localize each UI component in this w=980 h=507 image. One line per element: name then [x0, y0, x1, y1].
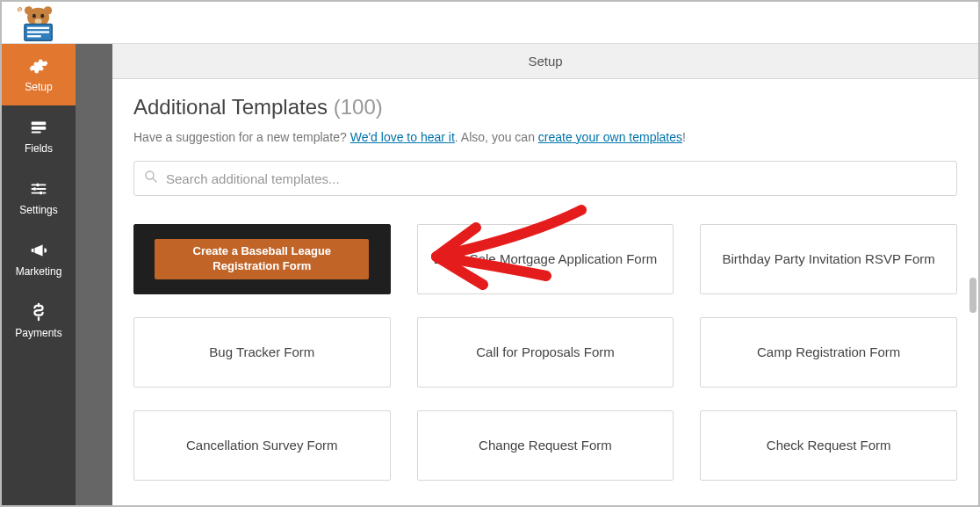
- wpforms-logo-icon: [15, 1, 59, 45]
- svg-point-1: [25, 6, 32, 14]
- app-window: Setup Fields Settings Marketing Payments: [0, 0, 980, 507]
- sidebar-label: Setup: [25, 81, 52, 93]
- heading-text: Additional Templates: [133, 95, 328, 119]
- sidebar-item-payments[interactable]: Payments: [2, 290, 76, 351]
- sidebar-item-settings[interactable]: Settings: [2, 167, 76, 228]
- subtext-suffix: !: [682, 130, 686, 144]
- svg-rect-9: [27, 35, 41, 37]
- megaphone-icon: [29, 241, 48, 260]
- link-create-own-template[interactable]: create your own templates: [538, 130, 682, 144]
- svg-point-14: [33, 187, 37, 191]
- sidebar-item-setup[interactable]: Setup: [2, 44, 76, 105]
- svg-rect-12: [32, 132, 41, 134]
- template-card[interactable]: Cancellation Survey Form: [133, 410, 391, 481]
- svg-line-17: [153, 178, 156, 182]
- template-card[interactable]: Call for Proposals Form: [417, 317, 674, 387]
- template-label: Birthday Party Invitation RSVP Form: [722, 250, 934, 268]
- template-label: Check Request Form: [767, 437, 891, 454]
- template-label: Bill of Sale Mortgage Application Form: [434, 250, 657, 268]
- setup-panel: Additional Templates (100) Have a sugges…: [112, 79, 978, 505]
- template-search[interactable]: [133, 161, 957, 196]
- sidebar-item-marketing[interactable]: Marketing: [2, 228, 76, 290]
- template-label: Cancellation Survey Form: [186, 437, 338, 454]
- builder-sidebar: Setup Fields Settings Marketing Payments: [2, 44, 76, 505]
- template-card[interactable]: Birthday Party Invitation RSVP Form: [700, 224, 957, 294]
- svg-rect-10: [32, 122, 47, 126]
- template-label: Call for Proposals Form: [476, 344, 615, 361]
- svg-rect-7: [27, 26, 49, 28]
- dollar-icon: [29, 302, 48, 322]
- create-template-button[interactable]: Create a Baseball League Registration Fo…: [155, 239, 369, 279]
- sidebar-label: Settings: [19, 204, 57, 216]
- form-preview-gutter: [76, 44, 112, 505]
- section-subtext: Have a suggestion for a new template? We…: [133, 128, 957, 147]
- template-card[interactable]: Bug Tracker Form: [133, 317, 391, 387]
- template-card[interactable]: Check Request Form: [700, 410, 957, 481]
- template-label: Bug Tracker Form: [209, 344, 314, 361]
- top-bar: [2, 2, 978, 44]
- templates-grid: Create a Baseball League Registration Fo…: [133, 224, 957, 489]
- search-input[interactable]: [166, 171, 948, 186]
- content-area: Setup Additional Templates (100) Have a …: [76, 44, 978, 505]
- template-card[interactable]: Bill of Sale Mortgage Application Form: [417, 224, 674, 294]
- tab-setup[interactable]: Setup: [112, 44, 978, 79]
- sidebar-label: Fields: [25, 142, 53, 155]
- subtext-mid: . Also, you can: [455, 130, 538, 144]
- tab-label: Setup: [528, 54, 562, 69]
- sidebar-label: Payments: [15, 327, 61, 339]
- main-panel: Setup Additional Templates (100) Have a …: [112, 44, 978, 505]
- gear-icon: [29, 56, 48, 76]
- template-card-selected[interactable]: Create a Baseball League Registration Fo…: [133, 224, 391, 294]
- svg-point-16: [146, 171, 154, 179]
- subtext-prefix: Have a suggestion for a new template?: [133, 130, 350, 144]
- svg-point-4: [40, 13, 44, 18]
- link-suggest-template[interactable]: We'd love to hear it: [350, 130, 455, 144]
- heading-count: (100): [334, 95, 383, 119]
- svg-rect-11: [32, 127, 47, 130]
- fields-icon: [29, 118, 48, 137]
- template-card[interactable]: Change Request Form: [417, 410, 674, 481]
- svg-point-13: [36, 184, 40, 187]
- svg-point-5: [35, 18, 42, 24]
- template-label: Create a Baseball League Registration Fo…: [163, 244, 360, 274]
- template-card[interactable]: Camp Registration Form: [700, 317, 957, 387]
- svg-point-2: [44, 6, 52, 14]
- search-icon: [143, 169, 166, 188]
- template-label: Camp Registration Form: [757, 344, 900, 361]
- section-heading: Additional Templates (100): [133, 95, 957, 120]
- sidebar-item-fields[interactable]: Fields: [2, 105, 76, 167]
- sliders-icon: [29, 179, 48, 199]
- svg-point-3: [32, 13, 36, 18]
- sidebar-label: Marketing: [16, 265, 62, 278]
- svg-point-15: [40, 192, 43, 195]
- svg-rect-8: [27, 31, 49, 33]
- scrollbar-thumb[interactable]: [969, 278, 976, 313]
- template-label: Change Request Form: [479, 437, 612, 454]
